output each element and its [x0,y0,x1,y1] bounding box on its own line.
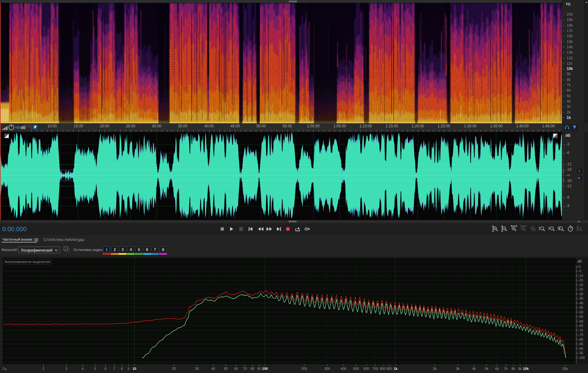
svg-text:-70: -70 [579,329,583,332]
svg-text:-25: -25 [579,288,583,291]
svg-text:-50: -50 [579,311,583,314]
svg-text:0: 0 [579,265,580,269]
svg-text:-80: -80 [579,338,583,341]
svg-text:-100: -100 [579,356,585,360]
svg-text:-40: -40 [579,301,583,305]
svg-text:-75: -75 [579,333,583,337]
svg-text:-60: -60 [579,320,583,323]
svg-text:Анализированое выделение: Анализированое выделение [5,260,51,264]
svg-text:-90: -90 [579,347,583,350]
svg-text:-95: -95 [579,351,583,355]
svg-text:-20: -20 [579,283,583,287]
svg-text:-10: -10 [579,274,583,278]
svg-text:-35: -35 [579,297,583,300]
svg-text:-15: -15 [579,279,583,282]
svg-text:-55: -55 [579,315,583,318]
svg-text:-85: -85 [579,342,583,346]
svg-text:-30: -30 [579,292,583,296]
svg-text:-45: -45 [579,306,583,309]
svg-text:-5: -5 [579,269,581,273]
svg-text:дБ: дБ [578,259,582,263]
svg-text:-65: -65 [579,324,583,328]
